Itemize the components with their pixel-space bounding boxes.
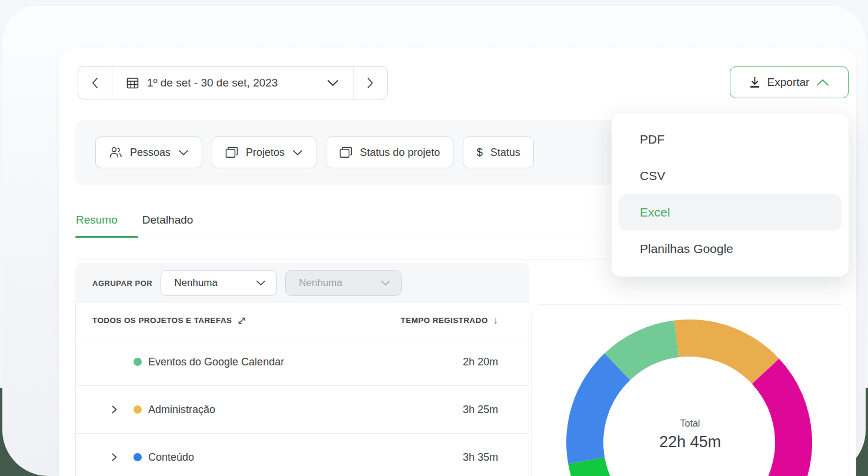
report-tabs: Resumo Detalhado: [76, 214, 193, 235]
donut-segment[interactable]: [637, 358, 812, 476]
total-value: 22h 45m: [532, 433, 849, 451]
filter-chip-status-faturamento[interactable]: $ Status: [463, 137, 534, 168]
sort-descending-icon[interactable]: ↓: [493, 315, 498, 326]
folder-icon: [225, 147, 238, 158]
project-color-dot: [133, 405, 142, 414]
column-header-label: TEMPO REGISTRADO: [400, 316, 488, 325]
chevron-down-icon: [178, 149, 189, 156]
chevron-right-icon: [366, 77, 374, 89]
export-button-label: Exportar: [767, 76, 810, 89]
select-value: Nenhuma: [299, 277, 380, 289]
tracked-time: 3h 35m: [463, 451, 498, 464]
chevron-down-icon: [380, 280, 390, 286]
tracked-time: 2h 20m: [463, 356, 498, 368]
folder-icon: [339, 147, 352, 158]
group-by-select-primary[interactable]: Nenhuma: [161, 270, 277, 296]
project-name: Conteúdo: [148, 451, 194, 464]
filter-chip-label: Status do projeto: [360, 147, 440, 159]
donut-center-label: Total 22h 45m: [532, 418, 849, 451]
column-header-time[interactable]: TEMPO REGISTRADO ↓: [400, 315, 498, 326]
chevron-left-icon: [91, 77, 99, 89]
projects-table: TODOS OS PROJETOS E TAREFAS TEMPO REGIST…: [75, 303, 529, 476]
export-option-excel[interactable]: Excel: [619, 194, 841, 231]
tracked-time: 3h 25m: [463, 404, 498, 416]
people-icon: [109, 147, 122, 158]
table-row[interactable]: Administração 3h 25m: [76, 386, 529, 434]
filter-chip-pessoas[interactable]: Pessoas: [95, 137, 202, 168]
export-button[interactable]: Exportar: [730, 66, 849, 98]
select-value: Nenhuma: [174, 277, 256, 289]
filter-chip-projetos[interactable]: Projetos: [212, 137, 316, 168]
calendar-icon: [126, 76, 139, 89]
group-by-label: AGRUPAR POR: [92, 279, 152, 288]
row-expand-chevron-icon[interactable]: [111, 405, 121, 414]
export-option-csv[interactable]: CSV: [612, 158, 849, 194]
group-by-bar: AGRUPAR POR Nenhuma Nenhuma: [75, 263, 529, 303]
download-icon: [749, 76, 760, 88]
group-by-select-secondary[interactable]: Nenhuma: [285, 270, 402, 296]
date-range-label: 1º de set - 30 de set, 2023: [147, 76, 278, 89]
project-name: Administração: [148, 404, 215, 416]
total-label: Total: [532, 418, 849, 429]
filter-chip-status-do-projeto[interactable]: Status do projeto: [326, 137, 453, 168]
summary-left-column: AGRUPAR POR Nenhuma Nenhuma TODOS OS PRO…: [75, 263, 529, 476]
project-color-dot: [133, 453, 142, 461]
date-range-dropdown[interactable]: 1º de set - 30 de set, 2023: [112, 66, 353, 99]
chevron-down-icon: [292, 149, 303, 156]
filter-chip-label: Status: [490, 147, 520, 159]
column-header-label: TODOS OS PROJETOS E TAREFAS: [92, 316, 232, 325]
previous-period-button[interactable]: [78, 66, 112, 99]
tab-detalhado[interactable]: Detalhado: [142, 214, 193, 235]
export-option-planilhas-google[interactable]: Planilhas Google: [612, 231, 849, 267]
table-row[interactable]: Conteúdo 3h 35m: [76, 434, 529, 476]
date-range-navigator: 1º de set - 30 de set, 2023: [78, 66, 388, 99]
project-name: Eventos do Google Calendar: [148, 356, 284, 368]
expand-diagonal-icon[interactable]: [237, 316, 246, 325]
table-header-row: TODOS OS PROJETOS E TAREFAS TEMPO REGIST…: [76, 303, 529, 338]
export-dropdown-menu: PDF CSV Excel Planilhas Google: [612, 114, 849, 277]
chevron-down-icon: [327, 79, 339, 86]
filter-chip-label: Pessoas: [130, 147, 171, 159]
chevron-up-icon: [816, 79, 829, 86]
filter-chip-label: Projetos: [246, 147, 285, 159]
table-row[interactable]: Eventos do Google Calendar 2h 20m: [76, 338, 529, 386]
export-option-pdf[interactable]: PDF: [612, 121, 849, 158]
next-period-button[interactable]: [353, 66, 387, 99]
column-header-projects[interactable]: TODOS OS PROJETOS E TAREFAS: [92, 316, 246, 325]
report-page: 1º de set - 30 de set, 2023 Exportar: [0, 0, 868, 476]
row-expand-chevron-icon[interactable]: [111, 452, 121, 462]
dollar-icon: $: [476, 146, 483, 159]
chevron-down-icon: [256, 280, 266, 286]
tab-resumo[interactable]: Resumo: [76, 214, 118, 235]
time-breakdown-chart-panel: Total 22h 45m: [531, 304, 849, 476]
project-color-dot: [133, 358, 142, 366]
